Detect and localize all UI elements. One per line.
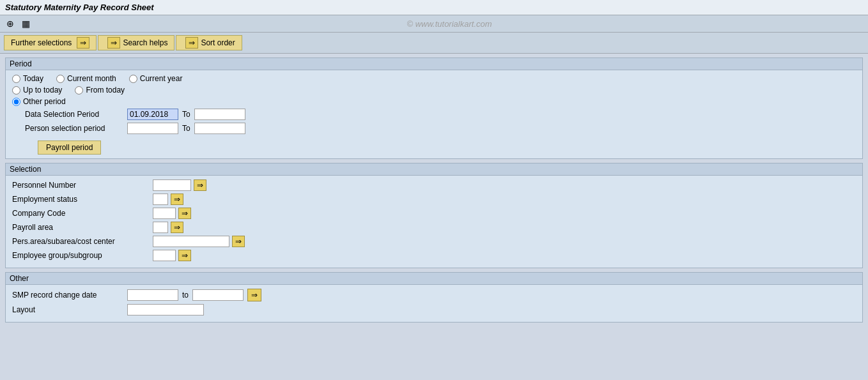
personnel-number-input[interactable] (153, 179, 191, 191)
pers-area-input[interactable] (153, 236, 229, 247)
period-section: Period Today Current month Current year (5, 57, 863, 159)
data-selection-to-label: To (182, 110, 190, 119)
radio-other-period: Other period (12, 97, 66, 106)
other-section-body: SMP record change date to ⇒ Layout (6, 285, 862, 322)
smp-from-input[interactable] (127, 289, 178, 301)
company-code-label: Company Code (12, 209, 153, 218)
company-code-arrow-btn[interactable]: ⇒ (178, 208, 191, 219)
employee-group-arrow-btn[interactable]: ⇒ (178, 250, 191, 261)
radio-current-month-input[interactable] (56, 75, 65, 83)
radio-current-year-input[interactable] (129, 75, 137, 83)
watermark: © www.tutorialkart.com (35, 19, 864, 29)
tab-search-helps[interactable]: ⇒ Search helps (98, 35, 174, 50)
person-selection-period-label: Person selection period (25, 124, 127, 133)
payroll-area-input[interactable] (153, 222, 168, 233)
data-selection-to-input[interactable] (194, 109, 245, 120)
further-selections-arrow-icon: ⇒ (77, 37, 89, 49)
selection-section-header: Selection (6, 163, 862, 176)
person-selection-to-label: To (182, 124, 190, 133)
radio-current-month: Current month (56, 74, 116, 83)
data-selection-period-row: Data Selection Period To (25, 109, 856, 120)
radio-from-today-input[interactable] (75, 86, 83, 95)
radio-other-period-input[interactable] (12, 98, 20, 106)
layout-label: Layout (12, 305, 127, 314)
employee-group-label: Employee group/subgroup (12, 251, 153, 260)
smp-to-input[interactable] (192, 289, 244, 301)
person-selection-from-input[interactable] (127, 123, 178, 134)
radio-today-input[interactable] (12, 75, 20, 83)
personnel-number-arrow-btn[interactable]: ⇒ (194, 179, 206, 191)
layout-input[interactable] (127, 304, 204, 315)
back-icon[interactable]: ⊕ (4, 17, 17, 30)
period-radio-row2: Up to today From today (12, 86, 856, 95)
payroll-area-row: Payroll area ⇒ (12, 222, 856, 233)
period-section-body: Today Current month Current year Up to t… (6, 70, 862, 158)
title-bar: Statutory Maternity Pay Record Sheet (0, 0, 868, 15)
pers-area-label: Pers.area/subarea/cost center (12, 237, 153, 246)
radio-up-to-today-label: Up to today (23, 86, 62, 95)
employment-status-label: Employment status (12, 195, 153, 204)
data-selection-period-label: Data Selection Period (25, 110, 127, 119)
radio-current-year-label: Current year (140, 74, 183, 83)
grid-icon[interactable]: ▦ (19, 17, 32, 30)
selection-section: Selection Personnel Number ⇒ Employment … (5, 163, 863, 268)
smp-row: SMP record change date to ⇒ (12, 289, 856, 301)
sort-order-label: Sort order (201, 38, 235, 47)
payroll-area-arrow-btn[interactable]: ⇒ (171, 222, 183, 233)
employment-status-arrow-btn[interactable]: ⇒ (171, 194, 183, 205)
tab-further-selections[interactable]: Further selections ⇒ (4, 35, 97, 50)
sort-order-arrow-icon: ⇒ (185, 37, 198, 49)
radio-current-year: Current year (129, 74, 183, 83)
other-section-header: Other (6, 273, 862, 285)
selection-section-body: Personnel Number ⇒ Employment status ⇒ C… (6, 176, 862, 268)
payroll-period-button[interactable]: Payroll period (38, 141, 101, 155)
radio-today-label: Today (23, 74, 43, 83)
radio-today: Today (12, 74, 43, 83)
payroll-area-label: Payroll area (12, 223, 153, 232)
person-selection-period-row: Person selection period To (25, 123, 856, 134)
smp-to-label: to (182, 291, 189, 300)
tab-sort-order[interactable]: ⇒ Sort order (176, 35, 242, 50)
data-selection-from-input[interactable] (127, 109, 178, 120)
main-content: Period Today Current month Current year (0, 54, 868, 330)
radio-up-to-today-input[interactable] (12, 86, 20, 95)
search-helps-label: Search helps (123, 38, 167, 47)
period-radio-row1: Today Current month Current year (12, 74, 856, 83)
system-toolbar: ⊕ ▦ © www.tutorialkart.com (0, 15, 868, 33)
tab-bar: Further selections ⇒ ⇒ Search helps ⇒ So… (0, 33, 868, 54)
period-radio-row3: Other period (12, 97, 856, 106)
radio-current-month-label: Current month (67, 74, 116, 83)
smp-label: SMP record change date (12, 291, 127, 300)
radio-from-today-label: From today (86, 86, 125, 95)
smp-arrow-btn[interactable]: ⇒ (247, 289, 261, 301)
radio-other-period-label: Other period (23, 97, 66, 106)
period-section-header: Period (6, 58, 862, 70)
search-helps-arrow-icon: ⇒ (107, 37, 120, 49)
pers-area-arrow-btn[interactable]: ⇒ (232, 236, 245, 247)
personnel-number-label: Personnel Number (12, 181, 153, 190)
layout-row: Layout (12, 304, 856, 315)
company-code-row: Company Code ⇒ (12, 208, 856, 219)
personnel-number-row: Personnel Number ⇒ (12, 179, 856, 191)
pers-area-row: Pers.area/subarea/cost center ⇒ (12, 236, 856, 247)
other-section: Other SMP record change date to ⇒ Layout (5, 272, 863, 323)
person-selection-to-input[interactable] (194, 123, 245, 134)
employment-status-row: Employment status ⇒ (12, 194, 856, 205)
radio-up-to-today: Up to today (12, 86, 62, 95)
employee-group-input[interactable] (153, 250, 176, 261)
radio-from-today: From today (75, 86, 125, 95)
page-title: Statutory Maternity Pay Record Sheet (5, 3, 154, 12)
employment-status-input[interactable] (153, 194, 168, 205)
further-selections-label: Further selections (11, 38, 72, 47)
company-code-input[interactable] (153, 208, 176, 219)
employee-group-row: Employee group/subgroup ⇒ (12, 250, 856, 261)
